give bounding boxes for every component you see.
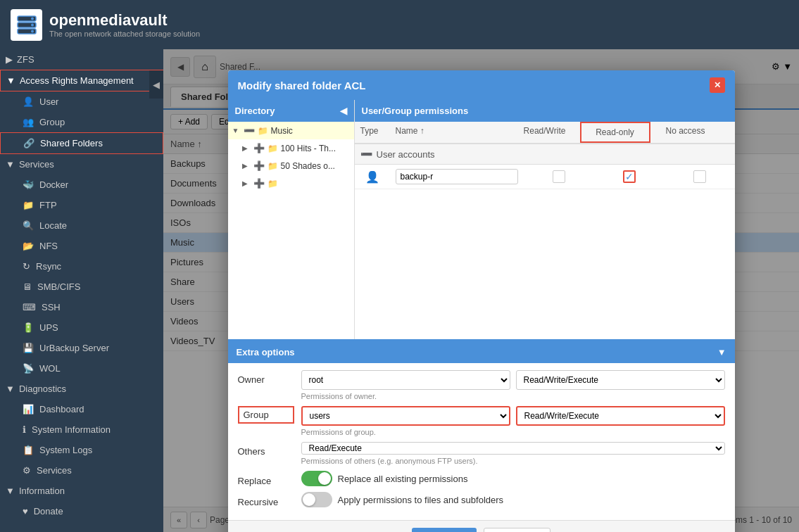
sidebar-item-arm[interactable]: ▼ Access Rights Management <box>0 70 163 91</box>
sidebar-item-rsync[interactable]: ↻ Rsync <box>0 256 163 277</box>
owner-row: Owner root Read/Write/Execute <box>238 370 725 400</box>
sidebar-item-nfs[interactable]: 📂 NFS <box>0 236 163 256</box>
sidebar-item-rsync-label: Rsync <box>36 261 61 272</box>
user-name-input[interactable] <box>396 169 518 184</box>
sidebar-item-docker-label: Docker <box>39 179 68 190</box>
rw-checkbox[interactable] <box>553 170 565 183</box>
sidebar-item-donate-label: Donate <box>34 506 63 517</box>
nfs-icon: 📂 <box>23 241 34 251</box>
dir-item-partial[interactable]: ▶ ➕ 📁 <box>228 175 354 192</box>
modal-title: Modify shared folder ACL <box>238 80 366 91</box>
col-rw-header: Read/Write <box>510 122 580 143</box>
sidebar-item-locate[interactable]: 🔍 Locate <box>0 215 163 236</box>
recursive-thumb <box>303 493 315 506</box>
sidebar-item-diagnostics[interactable]: ▼ Diagnostics <box>0 379 163 399</box>
urbackup-icon: 💾 <box>23 343 34 353</box>
services-diag-icon: ⚙ <box>23 465 31 476</box>
sidebar-item-dashboard-label: Dashboard <box>39 404 84 414</box>
svg-point-3 <box>31 18 34 20</box>
sidebar-item-ups[interactable]: 🔋 UPS <box>0 317 163 338</box>
modal-close-button[interactable]: ✕ <box>710 77 725 93</box>
dir-item-music-label: Music <box>271 126 293 136</box>
owner-select[interactable]: root <box>301 370 510 390</box>
owner-hint: Permissions of owner. <box>301 392 725 400</box>
replace-track <box>301 471 332 486</box>
sidebar-item-dashboard[interactable]: 📊 Dashboard <box>0 399 163 419</box>
group-hint: Permissions of group. <box>301 428 725 436</box>
sidebar-item-shared-folders[interactable]: 🔗 Shared Folders <box>0 132 163 154</box>
extra-options-body: Owner root Read/Write/Execute <box>228 363 735 520</box>
perm-user-backup-r: 👤 ✓ <box>355 165 735 189</box>
extra-options-chevron-icon[interactable]: ▼ <box>717 347 726 357</box>
na-checkbox[interactable] <box>693 170 706 183</box>
sidebar-item-ssh[interactable]: ⌨ SSH <box>0 297 163 317</box>
owner-inline: root Read/Write/Execute <box>301 370 725 390</box>
sidebar-item-ftp[interactable]: 📁 FTP <box>0 195 163 215</box>
sidebar-item-group[interactable]: 👥 Group <box>0 112 163 132</box>
apply-button[interactable]: Apply <box>412 528 477 532</box>
directory-chevron-icon[interactable]: ◀ <box>340 106 347 116</box>
sidebar-item-locate-label: Locate <box>39 220 67 231</box>
user-icon: 👤 <box>23 96 34 107</box>
recursive-toggle[interactable] <box>301 492 332 507</box>
directory-panel: Directory ◀ ▼ ➖ 📁 Music <box>228 100 355 339</box>
sidebar-item-syslogs[interactable]: 📋 System Logs <box>0 440 163 460</box>
replace-toggle-area: Replace all existing permissions <box>301 471 468 486</box>
sidebar-item-services-label: Services <box>19 159 54 170</box>
dir-item-music[interactable]: ▼ ➖ 📁 Music <box>228 122 354 139</box>
sidebar-item-wol[interactable]: 📡 WOL <box>0 358 163 379</box>
locate-icon: 🔍 <box>23 220 34 231</box>
sidebar-item-zfs-label: ZFS <box>17 54 34 65</box>
others-select[interactable]: Read/Execute <box>301 442 725 455</box>
perm-rw-check[interactable] <box>524 170 594 183</box>
sidebar-item-sysinfo[interactable]: ℹ System Information <box>0 419 163 440</box>
100hits-expand-icon: ▶ <box>242 144 251 152</box>
sidebar-item-services-diag-label: Services <box>37 465 72 476</box>
replace-toggle[interactable] <box>301 471 332 486</box>
sidebar-item-docker[interactable]: 🐳 Docker <box>0 175 163 195</box>
sidebar-item-diagnostics-label: Diagnostics <box>19 384 66 394</box>
sidebar-item-syslogs-label: System Logs <box>39 445 92 455</box>
perm-na-check[interactable] <box>665 170 735 183</box>
perm-ro-check[interactable]: ✓ <box>594 170 665 183</box>
group-label: Group <box>238 406 294 424</box>
col-name-header: Name ↑ <box>390 122 510 143</box>
ftp-icon: 📁 <box>23 200 34 210</box>
dir-item-100hits[interactable]: ▶ ➕ 📁 100 Hits - Th... <box>228 139 354 157</box>
owner-perm-select[interactable]: Read/Write/Execute <box>516 370 725 390</box>
sidebar-item-services[interactable]: ▼ Services <box>0 154 163 175</box>
owner-label: Owner <box>238 370 294 385</box>
svg-point-5 <box>31 30 34 33</box>
logo-area: openmediavault The open network attached… <box>11 9 200 41</box>
docker-icon: 🐳 <box>23 179 34 190</box>
others-hint: Permissions of others (e.g. anonymous FT… <box>301 457 725 465</box>
sidebar-item-shared-folders-label: Shared Folders <box>40 138 103 148</box>
group-row: Group users Read/Write/Execute <box>238 406 725 436</box>
others-controls: Read/Execute Permissions of others (e.g.… <box>301 442 725 465</box>
sidebar-item-user[interactable]: 👤 User <box>0 91 163 112</box>
partial-expand-icon: ▶ <box>242 179 251 187</box>
sidebar-toggle[interactable]: ◀ <box>149 70 163 99</box>
wol-icon: 📡 <box>23 363 34 374</box>
donate-icon: ♥ <box>23 506 28 517</box>
ro-checkbox[interactable]: ✓ <box>623 170 636 183</box>
extra-options-section: Extra options ▼ Owner root <box>228 339 735 520</box>
group-perm-select[interactable]: Read/Write/Execute <box>516 406 725 426</box>
50shades-folder-icon: 📁 <box>268 161 278 171</box>
sidebar-item-information[interactable]: ▼ Information <box>0 481 163 501</box>
ups-icon: 🔋 <box>23 322 34 333</box>
close-button[interactable]: Close <box>484 528 551 532</box>
sidebar-item-services-diag[interactable]: ⚙ Services <box>0 460 163 481</box>
group-select[interactable]: users <box>301 406 510 426</box>
sidebar-item-ftp-label: FTP <box>39 200 57 210</box>
col-ro-header: Read-only <box>580 122 650 143</box>
dir-item-50shades[interactable]: ▶ ➕ 📁 50 Shades o... <box>228 157 354 175</box>
shared-folders-icon: 🔗 <box>23 138 34 148</box>
modal-dialog: Modify shared folder ACL ✕ Directory ◀ <box>228 70 735 532</box>
sidebar-item-smbcifs[interactable]: 🖥 SMB/CIFS <box>0 277 163 297</box>
permissions-header: User/Group permissions <box>355 100 735 122</box>
sidebar-item-donate[interactable]: ♥ Donate <box>0 501 163 521</box>
sidebar-item-zfs[interactable]: ▶ ZFS <box>0 49 163 70</box>
minus-icon: ➖ <box>244 125 255 136</box>
sidebar-item-urbackup[interactable]: 💾 UrBackup Server <box>0 338 163 358</box>
